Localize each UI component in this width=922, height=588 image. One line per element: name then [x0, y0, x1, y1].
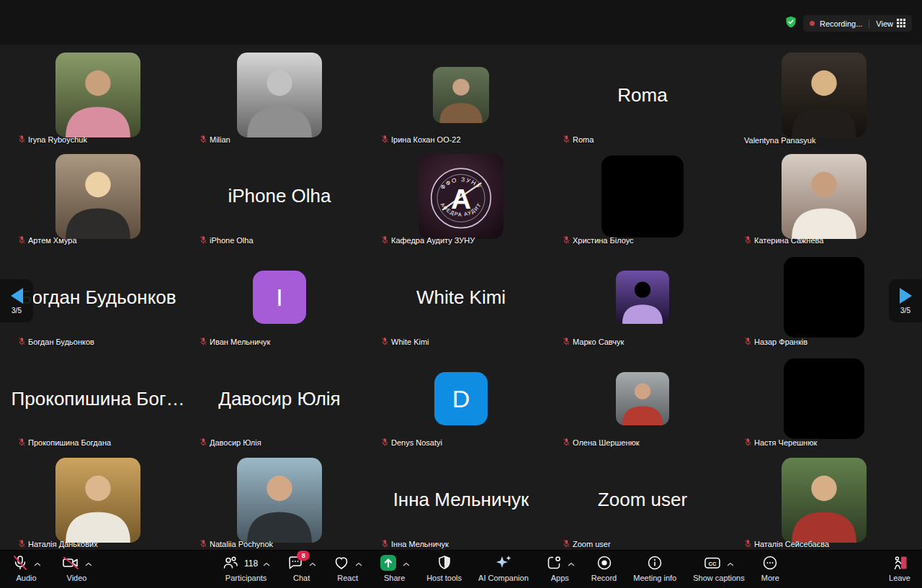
chevron-up-icon[interactable] [34, 559, 41, 568]
toolbar-participants-button[interactable]: 118Participants [222, 553, 270, 582]
participant-name-text: Roma [573, 135, 594, 144]
participant-tile[interactable]: Катерина Сажнева [733, 146, 915, 248]
participant-name-label: Иван Мельничук [200, 337, 270, 347]
participant-tile[interactable]: Олена Шершенюк [552, 348, 733, 450]
participant-tile[interactable]: Ірина Кохан ОО-22 [370, 45, 552, 146]
participant-tile[interactable]: Христина Білоус [552, 146, 733, 248]
chevron-up-icon[interactable] [403, 559, 410, 568]
participant-tile[interactable]: Milian [189, 45, 370, 146]
previous-page-button[interactable]: 3/5 [0, 279, 33, 322]
toolbar-item-label: Record [591, 574, 617, 582]
toolbar-chat-button[interactable]: 8Chat [287, 553, 316, 582]
muted-mic-icon [563, 539, 570, 549]
participant-tile[interactable]: Назар Франків [733, 247, 915, 348]
participant-tile[interactable]: Iryna Ryboychuk [7, 45, 189, 146]
participant-tile[interactable]: Давосир ЮліяДавосир Юлія [189, 348, 370, 450]
participant-name-text: Nataliia Pochynok [210, 540, 273, 548]
participant-tile[interactable]: Nataliia Pochynok [189, 449, 370, 551]
security-shield-icon[interactable] [785, 16, 797, 31]
next-page-button[interactable]: 3/5 [889, 279, 922, 322]
arrow-right-icon [900, 288, 912, 304]
leave-icon [890, 554, 909, 573]
muted-mic-icon [18, 438, 25, 448]
gallery-grid-icon [897, 17, 905, 30]
participant-name-text: Катерина Сажнева [754, 236, 823, 245]
toolbar-show-captions-button[interactable]: CCShow captions [693, 553, 745, 582]
toolbar-item-label: React [337, 574, 358, 582]
top-bar-controls: Recording... View [785, 15, 912, 32]
toolbar-item-label: Share [384, 574, 405, 582]
participant-display-name: Прокопишина Бог… [12, 388, 185, 410]
toolbar-more-button[interactable]: More [761, 553, 779, 582]
participant-tile[interactable]: RomaRoma [552, 45, 733, 146]
participant-tile[interactable]: Valentyna Panasyuk [733, 45, 915, 146]
participant-video-thumbnail [237, 458, 322, 543]
participant-tile[interactable]: Марко Савчук [552, 247, 733, 348]
muted-mic-icon [200, 438, 207, 448]
participant-tile[interactable]: Наталія Данькових [7, 449, 189, 551]
toolbar-item-label: AI Companion [478, 574, 529, 582]
record-icon [596, 554, 613, 573]
participant-name-label: Iryna Ryboychuk [18, 135, 87, 145]
toolbar-right-group: Leave [889, 553, 910, 582]
toolbar-item-label: Leave [889, 574, 910, 582]
participants-icon [222, 554, 239, 573]
participant-name-label: Катерина Сажнева [744, 235, 823, 245]
participant-name-text: Наталія Данькових [28, 540, 98, 548]
chevron-up-icon[interactable] [85, 559, 92, 568]
participant-tile[interactable]: Артем Хмура [7, 146, 189, 248]
chevron-up-icon[interactable] [309, 559, 316, 568]
muted-mic-icon [381, 539, 388, 549]
participant-tile[interactable]: ФФО ЗУНУАКАФЕДРА АУДИТУКафедра Аудиту ЗУ… [370, 146, 552, 248]
chevron-up-icon[interactable] [727, 559, 734, 568]
participant-name-label: Ірина Кохан ОО-22 [381, 135, 461, 145]
chevron-up-icon[interactable] [263, 559, 270, 568]
toolbar-video-button[interactable]: Video [61, 553, 92, 582]
participant-display-name: White Kimi [416, 286, 506, 309]
toolbar-meeting-info-button[interactable]: Meeting info [633, 553, 676, 582]
toolbar-share-button[interactable]: Share [379, 553, 410, 582]
muted-mic-icon [18, 539, 25, 549]
toolbar-host-tools-button[interactable]: Host tools [426, 553, 462, 582]
chevron-up-icon[interactable] [355, 559, 362, 568]
recording-dot-icon [810, 21, 815, 26]
toolbar-record-button[interactable]: Record [591, 553, 617, 582]
participant-tile[interactable]: Богдан БудьонковБогдан Будьонков [7, 247, 189, 348]
chevron-up-icon[interactable] [568, 559, 575, 568]
participant-tile[interactable]: White KimiWhite Kimi [370, 247, 552, 348]
recording-view-pill: Recording... View [803, 15, 912, 32]
participant-name-text: Valentyna Panasyuk [744, 136, 815, 145]
toolbar-react-button[interactable]: React [333, 553, 362, 582]
participant-name-text: Богдан Будьонков [28, 338, 94, 346]
participant-name-label: Христина Білоус [563, 235, 634, 245]
toolbar-item-label: Audio [16, 574, 36, 582]
participant-initial-avatar: I [253, 271, 306, 324]
participant-tile[interactable]: Zoom userZoom user [552, 449, 733, 551]
muted-mic-icon [381, 337, 388, 347]
participant-tile[interactable]: IИван Мельничук [189, 247, 370, 348]
participant-tile[interactable]: DDenys Nosatyi [370, 348, 552, 450]
participant-tile[interactable]: Настя Черешнюк [733, 348, 915, 450]
participant-tile[interactable]: Інна МельничукІнна Мельничук [370, 449, 552, 551]
participant-tile[interactable]: Наталія Сейсебаєва [733, 449, 915, 551]
zoom-meeting-window: { "colors": { "accent_blue": "#3aa9f0", … [0, 0, 922, 588]
toolbar-audio-button[interactable]: Audio [12, 553, 41, 582]
participant-display-name: Інна Мельничук [393, 489, 529, 511]
divider [869, 19, 869, 28]
cc-icon: CC [703, 554, 722, 573]
participant-name-text: White Kimi [391, 338, 429, 346]
toolbar-apps-button[interactable]: Apps [545, 553, 575, 582]
camera-off-video [784, 257, 864, 338]
view-label: View [876, 19, 893, 28]
toolbar-item-label: Show captions [693, 574, 745, 582]
toolbar-item-label: Chat [293, 574, 310, 582]
participant-video-thumbnail [782, 154, 867, 239]
toolbar-leave-button[interactable]: Leave [889, 553, 910, 582]
toolbar-ai-companion-button[interactable]: AI Companion [478, 553, 529, 582]
arrow-left-icon [11, 288, 23, 304]
toolbar-item-label: Meeting info [633, 574, 676, 582]
participant-tile[interactable]: iPhone OlhaiPhone Olha [189, 146, 370, 248]
recording-status[interactable]: Recording... [820, 19, 862, 28]
view-button[interactable]: View [876, 17, 905, 30]
participant-tile[interactable]: Прокопишина Бог…Прокопишина Богдана [7, 348, 189, 450]
